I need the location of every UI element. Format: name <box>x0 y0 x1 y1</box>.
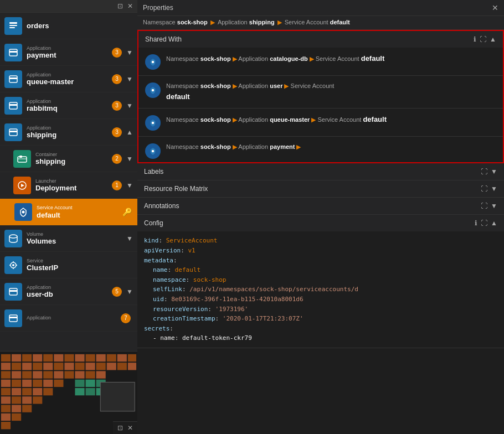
bc-app-value: shipping <box>249 19 275 25</box>
svg-rect-50 <box>86 363 95 370</box>
section-rrm-icons: ⛶ ▼ <box>481 185 497 193</box>
svg-rect-38 <box>96 354 106 361</box>
deployment-type: Launcher <box>35 178 112 184</box>
shared-text-payment: Namespace sock-shop ▶ Application paymen… <box>166 142 301 152</box>
section-rrm-header[interactable]: Resource Role Matrix ⛶ ▼ <box>137 180 504 197</box>
rabbitmq-badge: 3 <box>112 101 122 111</box>
user-db-name: user-db <box>27 290 112 298</box>
section-shared-with-icons: ℹ ⛶ ▲ <box>474 35 496 43</box>
orders-icon <box>4 17 22 35</box>
service-account-text: Service Account default <box>37 205 120 219</box>
config-collapse-icon[interactable]: ▲ <box>491 219 497 227</box>
shipping-app-name: shipping <box>27 131 112 139</box>
rrm-collapse-icon[interactable]: ▼ <box>491 185 497 193</box>
labels-collapse-icon[interactable]: ▼ <box>491 168 497 175</box>
svg-rect-58 <box>33 371 42 378</box>
app-bottom-type: Application <box>27 315 121 321</box>
svg-rect-1 <box>9 25 17 26</box>
svg-rect-87 <box>1 405 11 412</box>
app-bottom-icon <box>4 309 22 327</box>
shipping-app-chevron: ▲ <box>126 128 133 136</box>
svg-rect-27 <box>9 317 17 318</box>
mini-map-restore-btn[interactable]: ⊡ <box>115 423 125 433</box>
sidebar-item-user-db[interactable]: Application user-db 5 ▼ <box>0 278 137 305</box>
shared-item-catalogue-db: Namespace sock-shop ▶ Application catalo… <box>138 48 503 76</box>
svg-rect-64 <box>96 371 106 378</box>
svg-rect-78 <box>43 388 53 395</box>
sidebar-item-clusterip[interactable]: Service ClusterIP <box>0 252 137 278</box>
sidebar-item-container-shipping[interactable]: Container shipping 2 ▼ <box>0 146 137 172</box>
panel-close-btn[interactable]: ✕ <box>492 3 498 12</box>
container-shipping-type: Container <box>35 152 112 158</box>
annotations-collapse-icon[interactable]: ▼ <box>491 202 497 210</box>
section-resource-role-matrix: Resource Role Matrix ⛶ ▼ <box>137 180 504 198</box>
queue-master-type: Application <box>27 72 112 78</box>
sidebar-item-volumes[interactable]: Volume Volumes ▼ <box>0 225 137 252</box>
sidebar-item-app-bottom[interactable]: Application 7 <box>0 305 137 332</box>
close-btn[interactable]: ✕ <box>125 1 135 11</box>
svg-rect-67 <box>22 380 32 387</box>
section-shared-with-title: Shared With <box>145 35 474 43</box>
svg-rect-8 <box>9 104 17 106</box>
svg-marker-15 <box>21 184 24 187</box>
payment-badge: 3 <box>112 48 122 58</box>
breadcrumb: Namespace sock-shop ▶ Application shippi… <box>137 16 504 30</box>
svg-rect-79 <box>75 388 84 395</box>
svg-rect-48 <box>64 363 74 370</box>
bc-app-label: Application <box>218 19 249 25</box>
svg-rect-11 <box>18 157 27 162</box>
key-icon: 🔑 <box>122 208 132 216</box>
clusterip-name: ClusterIP <box>27 264 133 272</box>
shared-icon-payment <box>145 143 161 159</box>
svg-rect-75 <box>12 388 21 395</box>
section-annotations-header[interactable]: Annotations ⛶ ▼ <box>137 198 504 214</box>
mini-map: ⊡ ✕ <box>0 351 137 434</box>
section-annotations: Annotations ⛶ ▼ <box>137 198 504 215</box>
volumes-icon <box>4 230 22 247</box>
shipping-app-text: Application shipping <box>27 125 112 140</box>
shared-text-catalogue-db: Namespace sock-shop ▶ Application catalo… <box>166 53 384 65</box>
svg-rect-49 <box>75 363 84 370</box>
properties-label: Properties <box>143 4 173 12</box>
annotations-expand-icon[interactable]: ⛶ <box>481 202 487 210</box>
sidebar-item-queue-master[interactable]: Application queue-master 3 ▼ <box>0 66 137 92</box>
svg-point-16 <box>22 211 25 214</box>
section-config-icons: ℹ ⛶ ▲ <box>475 219 497 227</box>
service-account-icon <box>14 203 32 221</box>
shared-with-collapse-icon[interactable]: ▲ <box>490 35 496 43</box>
restore-btn[interactable]: ⊡ <box>115 1 125 11</box>
section-shared-with-header[interactable]: Shared With ℹ ⛶ ▲ <box>138 31 503 48</box>
labels-expand-icon[interactable]: ⛶ <box>481 168 487 175</box>
container-shipping-chevron: ▼ <box>126 155 133 163</box>
svg-rect-89 <box>22 405 32 412</box>
section-config-title: Config <box>144 219 475 227</box>
sidebar-list: orders Application payment 3 ▼ Applicati… <box>0 13 137 351</box>
sidebar-item-deployment[interactable]: Launcher Deployment 1 ▼ <box>0 172 137 199</box>
rrm-expand-icon[interactable]: ⛶ <box>481 185 487 193</box>
sidebar-item-orders[interactable]: orders <box>0 13 137 39</box>
shared-with-info-icon[interactable]: ℹ <box>474 35 476 43</box>
container-shipping-icon <box>13 150 31 168</box>
sidebar-item-payment[interactable]: Application payment 3 ▼ <box>0 39 137 66</box>
mini-map-close-btn[interactable]: ✕ <box>125 423 135 433</box>
sidebar-item-rabbitmq[interactable]: Application rabbitmq 3 ▼ <box>0 92 137 119</box>
svg-rect-57 <box>22 371 32 378</box>
svg-rect-40 <box>117 354 127 361</box>
clusterip-icon <box>4 256 22 274</box>
svg-rect-70 <box>54 380 63 387</box>
app-bottom-badge: 7 <box>121 313 131 323</box>
section-labels-header[interactable]: Labels ⛶ ▼ <box>137 163 504 180</box>
sidebar-item-shipping-app[interactable]: Application shipping 3 ▲ <box>0 119 137 146</box>
config-expand-icon[interactable]: ⛶ <box>481 219 487 227</box>
shared-with-expand-icon[interactable]: ⛶ <box>480 35 486 43</box>
section-config-header[interactable]: Config ℹ ⛶ ▲ <box>137 215 504 231</box>
shared-item-user: Namespace sock-shop ▶ Application user ▶… <box>138 76 503 108</box>
svg-rect-59 <box>43 371 53 378</box>
svg-rect-91 <box>12 414 21 421</box>
svg-rect-32 <box>33 354 42 361</box>
section-shared-with: Shared With ℹ ⛶ ▲ Namespace sock-shop <box>137 30 504 163</box>
rabbitmq-name: rabbitmq <box>27 104 112 112</box>
rabbitmq-icon <box>4 97 22 115</box>
sidebar-item-service-account-default[interactable]: Service Account default 🔑 <box>0 199 137 225</box>
config-info-icon[interactable]: ℹ <box>475 219 477 227</box>
